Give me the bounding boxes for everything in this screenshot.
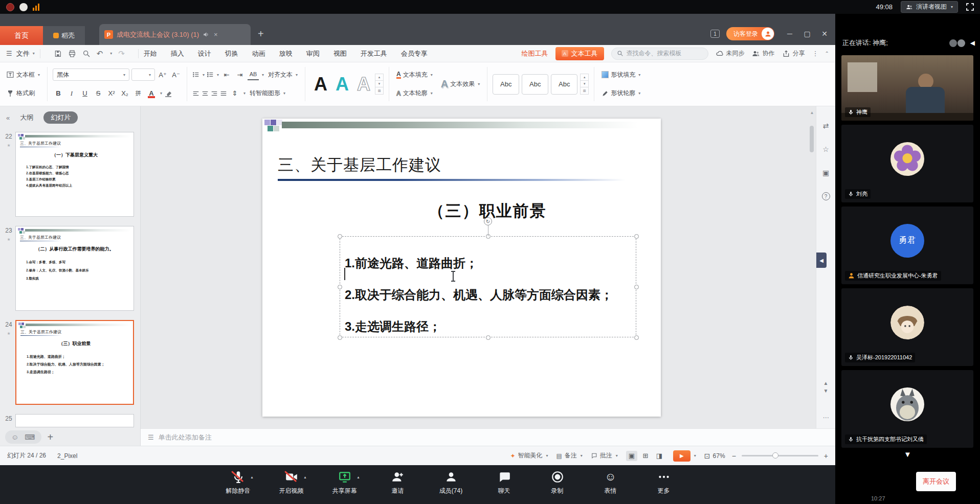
minimize-button[interactable]: ─: [781, 27, 798, 40]
collapse-ribbon-icon[interactable]: ⌃: [825, 51, 829, 56]
leave-meeting-button[interactable]: 离开会议: [916, 472, 956, 491]
font-color-button[interactable]: A: [146, 88, 157, 99]
font-family-select[interactable]: 黑体▾: [53, 68, 129, 81]
window-count-icon[interactable]: 1: [710, 30, 720, 38]
slide-title[interactable]: 三、关于基层工作建议: [278, 154, 441, 176]
scroll-more-participants-icon[interactable]: ▼: [904, 450, 911, 459]
menu-view[interactable]: 视图: [333, 49, 347, 58]
unmute-button[interactable]: ▴ 解除静音: [221, 470, 255, 504]
view-mode-select[interactable]: 演讲者视图 ▾: [901, 1, 958, 13]
menu-slideshow[interactable]: 放映: [279, 49, 293, 58]
insert-textbox-button[interactable]: 文本框▾: [4, 70, 42, 80]
align-left-icon[interactable]: [192, 90, 199, 97]
speaker-icon[interactable]: [203, 31, 209, 38]
comments-toggle-button[interactable]: 批注▾: [591, 451, 618, 460]
slide-canvas[interactable]: 三、关于基层工作建议 （三）职业前景 ↻ 1.前途光路、道路曲折； 2.取决于综…: [141, 106, 816, 428]
resize-handle[interactable]: [634, 234, 639, 239]
tab-home[interactable]: 首页: [0, 26, 43, 45]
tab-document[interactable]: P 成电交流线上会议 (3.10) (1) ×: [99, 24, 251, 45]
scrollbar-thumb[interactable]: [810, 126, 814, 152]
bold-button[interactable]: B: [53, 88, 64, 99]
help-icon[interactable]: ?: [816, 192, 835, 200]
superscript-button[interactable]: X²: [106, 88, 117, 99]
rotate-handle[interactable]: ↻: [484, 217, 492, 225]
scroll-up-icon[interactable]: ▲: [810, 110, 814, 115]
to-smart-graphic-button[interactable]: 转智能图形▾: [248, 88, 287, 99]
sorter-view-button[interactable]: ⊞: [640, 451, 651, 461]
hamburger-icon[interactable]: ☰: [6, 50, 12, 57]
start-video-button[interactable]: ▴ 开启视频: [275, 470, 308, 504]
align-right-icon[interactable]: [211, 90, 218, 97]
clear-format-icon[interactable]: [164, 89, 172, 98]
recorder-tray-icon[interactable]: [6, 3, 14, 11]
resize-handle[interactable]: [338, 285, 342, 289]
participant-tile[interactable]: 抗干扰第四支部书记刘又僑: [841, 370, 973, 448]
menu-member[interactable]: 会员专享: [401, 49, 428, 58]
tab-docer[interactable]: 稻壳: [43, 26, 85, 45]
normal-view-button[interactable]: ▣: [626, 451, 637, 461]
share-button[interactable]: 分享: [782, 49, 805, 58]
redo-icon[interactable]: ↷: [118, 49, 125, 58]
line-spacing-icon[interactable]: ⇕: [229, 88, 240, 99]
play-slideshow-button[interactable]: ▶: [673, 450, 691, 462]
new-slide-button[interactable]: +: [48, 431, 54, 443]
shape-outline-button[interactable]: 形状轮廓▾: [599, 88, 642, 99]
chevron-up-icon[interactable]: ▴: [304, 475, 306, 479]
slide-thumbnail-23[interactable]: 23★ 三、关于基层工作建议 （二）从事行政工作需要培养的能力。 1.会写：多看…: [2, 226, 134, 311]
menu-start[interactable]: 开始: [144, 49, 157, 58]
slide-thumbnail-22[interactable]: 22★ 三、关于基层工作建议 （一）下基层意义重大 1.了解百姓的心态、了解国情…: [2, 132, 134, 217]
chevron-up-icon[interactable]: ▴: [251, 475, 253, 479]
notes-toggle-button[interactable]: ▤备注▾: [556, 451, 582, 460]
format-painter-button[interactable]: 格式刷: [4, 88, 42, 99]
collapse-panel-icon[interactable]: ◀: [970, 39, 975, 47]
participant-tile-video[interactable]: 神鹰: [841, 55, 973, 121]
fullscreen-icon[interactable]: [966, 3, 974, 11]
search-input[interactable]: 查找命令、搜索模板: [611, 48, 708, 60]
resize-handle[interactable]: [634, 335, 639, 340]
more-button[interactable]: 更多: [647, 470, 681, 504]
sync-status[interactable]: 未同步: [716, 49, 745, 58]
emoji-tool-icon[interactable]: ☺: [11, 433, 18, 441]
audio-tray-icon[interactable]: [19, 3, 28, 11]
chevron-up-icon[interactable]: ▴: [357, 475, 359, 479]
canvas-scrollbar[interactable]: ▲: [810, 110, 814, 422]
chat-button[interactable]: 聊天: [487, 470, 521, 504]
italic-button[interactable]: I: [66, 88, 77, 99]
keyboard-tool-icon[interactable]: ⌨: [25, 433, 35, 441]
slide-thumbnail-24[interactable]: 24★ 三、关于基层工作建议 （三）职业前景 1.前途光路、道路曲折； 2.取决…: [2, 320, 134, 405]
invite-button[interactable]: 邀请: [381, 470, 415, 504]
strikethrough-button[interactable]: S: [93, 88, 104, 99]
align-text-button[interactable]: 对齐文本▾: [266, 70, 300, 80]
undo-icon[interactable]: ↶: [97, 49, 103, 58]
participant-tile[interactable]: 刘亮: [841, 125, 973, 202]
new-tab-button[interactable]: +: [258, 28, 264, 40]
share-screen-button[interactable]: ▴ 共享屏幕: [328, 470, 362, 504]
notes-bar[interactable]: ☰ 单击此处添加备注: [141, 428, 835, 446]
slide-24[interactable]: 三、关于基层工作建议 （三）职业前景 ↻ 1.前途光路、道路曲折； 2.取决于综…: [262, 119, 661, 417]
more-options-icon[interactable]: ⋯: [816, 414, 835, 421]
tab-outline[interactable]: 大纲: [20, 113, 33, 122]
text-outline-button[interactable]: A文本轮廓▾: [394, 88, 435, 99]
decrease-indent-icon[interactable]: ⇤: [221, 69, 232, 80]
participant-tile[interactable]: 吴泽标-201922011042: [841, 288, 973, 366]
close-tab-icon[interactable]: ×: [214, 31, 218, 38]
increase-font-button[interactable]: A⁺: [157, 69, 168, 80]
decrease-font-button[interactable]: A⁻: [170, 69, 182, 80]
menu-review[interactable]: 审阅: [306, 49, 320, 58]
print-icon[interactable]: [68, 50, 76, 58]
resize-handle[interactable]: [338, 335, 342, 340]
underline-button[interactable]: U: [79, 88, 91, 99]
menu-design[interactable]: 设计: [198, 49, 211, 58]
expand-panel-tab[interactable]: ◀: [816, 253, 827, 268]
shape-fill-button[interactable]: 形状填充▾: [599, 70, 642, 80]
save-icon[interactable]: [54, 50, 62, 58]
menu-transition[interactable]: 切换: [225, 49, 238, 58]
text-fill-button[interactable]: A文本填充▾: [394, 70, 435, 80]
shape-style-scroller[interactable]: ▴▾⊞: [580, 74, 589, 95]
slide-thumbnail-25[interactable]: 25: [2, 414, 134, 427]
align-center-icon[interactable]: [202, 90, 209, 97]
tab-text-tools[interactable]: A文本工具: [555, 47, 604, 60]
resize-handle[interactable]: [338, 234, 342, 239]
wordart-style-3[interactable]: A: [353, 75, 374, 94]
clipboard-icon[interactable]: ▣: [816, 169, 835, 177]
